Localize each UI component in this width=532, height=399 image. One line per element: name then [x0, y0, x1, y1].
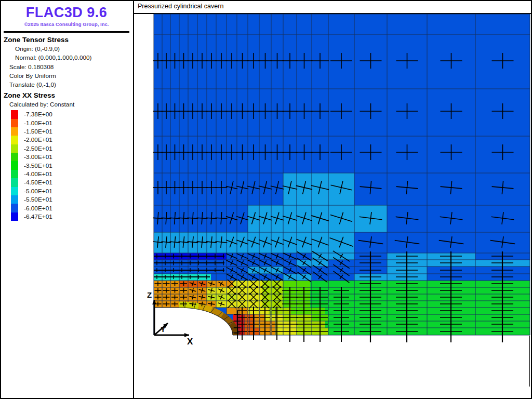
legend-label: -3.50E+01	[24, 162, 52, 169]
legend-swatch	[11, 153, 18, 161]
legend-entry: -1.50E+01	[11, 127, 133, 136]
legend-swatch	[11, 204, 18, 212]
legend-label: -2.00E+01	[24, 136, 52, 143]
legend-entry: -2.50E+01	[11, 144, 133, 153]
tensor-origin-line: Origin: (0,-0.9,0)	[15, 45, 133, 52]
legend-entry: -7.38E+00	[11, 110, 133, 118]
legend-entry: -4.50E+01	[11, 178, 133, 187]
legend-swatch	[11, 178, 18, 187]
sidebar-divider	[4, 31, 129, 33]
x-axis-label: X	[187, 337, 193, 347]
model-viewport[interactable]: Pressurized cylindrical cavern ZXY	[134, 0, 532, 399]
legend-entry: -3.50E+01	[11, 161, 133, 169]
app-logo: FLAC3D 9.6	[0, 5, 133, 21]
legend-label: -6.00E+01	[24, 205, 52, 212]
legend-entry: -1.00E+01	[11, 119, 133, 127]
legend-label: -2.50E+01	[24, 145, 52, 152]
section-title-zone-xx-stress: Zone XX Stress	[4, 91, 133, 99]
legend-swatch	[11, 119, 18, 127]
z-axis-label: Z	[147, 290, 152, 299]
legend-swatch	[11, 161, 18, 169]
y-axis-label: Y	[161, 325, 166, 334]
legend-swatch	[11, 136, 18, 144]
legend-entry: -2.00E+01	[11, 136, 133, 144]
tensor-normal-line: Normal: (0.000,1.000,0.000)	[15, 54, 133, 61]
legend-entry: -5.50E+01	[11, 195, 133, 204]
legend-swatch	[11, 127, 18, 136]
legend-label: -7.38E+00	[24, 111, 52, 118]
legend-entry: -5.00E+01	[11, 187, 133, 195]
tensor-scale-line: Scale: 0.180308	[9, 63, 133, 71]
legend-label: -3.00E+01	[24, 153, 52, 161]
legend-swatch	[11, 195, 18, 204]
legend-label: -1.50E+01	[24, 128, 52, 135]
mesh-canvas[interactable]: ZXY	[134, 0, 532, 399]
legend-label: -5.50E+01	[24, 196, 52, 203]
calculated-by-line: Calculated by: Constant	[9, 101, 133, 108]
legend-entry: -6.47E+01	[11, 212, 133, 221]
legend-label: -1.00E+01	[24, 119, 52, 127]
legend-label: -5.00E+01	[24, 188, 52, 195]
legend-entry: -4.00E+01	[11, 170, 133, 178]
legend-swatch	[11, 212, 18, 221]
legend-swatch	[11, 144, 18, 153]
section-title-zone-tensor-stress: Zone Tensor Stress	[4, 36, 133, 44]
copyright-text: ©2025 Itasca Consulting Group, Inc.	[0, 21, 133, 27]
tensor-translate-line: Translate (0,-1,0)	[9, 81, 133, 88]
legend-sidebar: FLAC3D 9.6 ©2025 Itasca Consulting Group…	[0, 0, 134, 399]
legend-swatch	[11, 187, 18, 195]
legend-swatch	[11, 110, 18, 118]
legend-label: -4.00E+01	[24, 170, 52, 178]
legend-label: -4.50E+01	[24, 179, 52, 186]
color-scale-legend: -7.38E+00-1.00E+01-1.50E+01-2.00E+01-2.5…	[11, 110, 133, 221]
legend-swatch	[11, 170, 18, 178]
tensor-colorby-line: Color By Uniform	[9, 72, 133, 79]
legend-entry: -3.00E+01	[11, 153, 133, 161]
legend-entry: -6.00E+01	[11, 204, 133, 212]
legend-label: -6.47E+01	[24, 213, 52, 220]
